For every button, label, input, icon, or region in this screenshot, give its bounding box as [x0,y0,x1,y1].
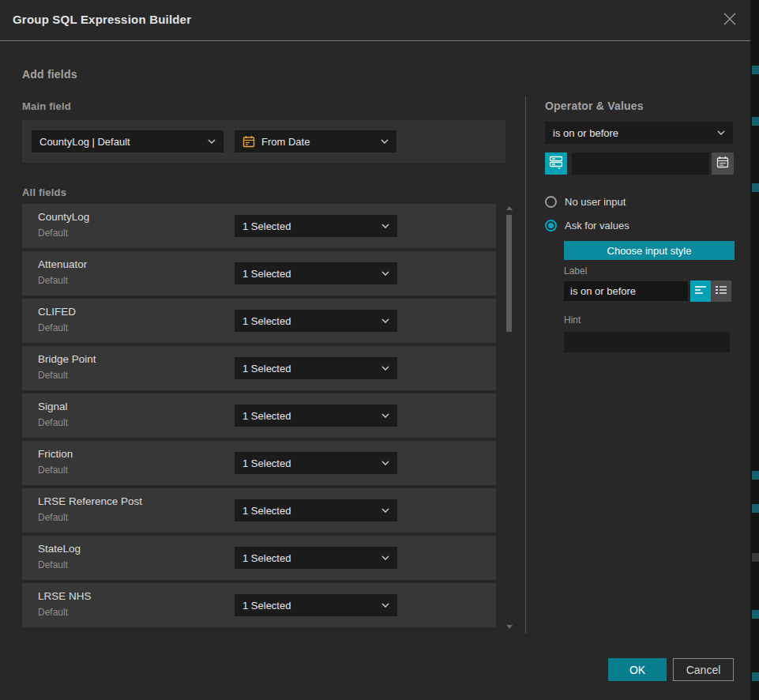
field-selected-dropdown[interactable]: 1 Selected [235,594,397,616]
scrollbar-thumb[interactable] [506,215,512,332]
field-selected-dropdown[interactable]: 1 Selected [235,215,397,237]
field-name: StateLog [38,543,81,555]
field-selected-value: 1 Selected [242,457,377,469]
field-selected-dropdown[interactable]: 1 Selected [235,499,397,521]
background-app-strip [750,0,759,700]
dialog-title: Group SQL Expression Builder [13,13,191,26]
operator-dropdown-value: is on or before [553,127,712,139]
ok-button[interactable]: OK [608,658,667,681]
cancel-button[interactable]: Cancel [673,658,734,681]
field-selected-value: 1 Selected [242,552,377,564]
field-selected-value: 1 Selected [242,410,377,422]
panel-divider [525,96,526,634]
strip-fragment [752,610,759,619]
choose-input-style-button[interactable]: Choose input style [564,241,735,260]
main-field-field-dropdown-value: From Date [261,136,376,148]
field-sublabel: Default [38,465,68,476]
date-value-input[interactable] [572,152,709,175]
field-sublabel: Default [38,607,68,618]
list-icon [715,284,727,299]
field-name: LRSE NHS [38,590,92,602]
calendar-icon [242,135,255,148]
chevron-down-icon [381,555,389,560]
field-sublabel: Default [38,559,68,570]
field-selected-value: 1 Selected [242,600,377,612]
main-field-label: Main field [22,100,71,112]
field-sublabel: Default [38,512,68,523]
field-row: Friction Default 1 Selected [22,441,496,485]
chevron-down-icon [381,461,389,465]
field-row: LRSE NHS Default 1 Selected [22,583,496,627]
label-input[interactable] [564,281,688,301]
field-selected-dropdown[interactable]: 1 Selected [235,405,397,427]
main-field-layer-dropdown[interactable]: CountyLog | Default [32,130,224,152]
chevron-down-icon [381,139,389,144]
label-field-label: Label [564,265,587,277]
radio-selected-icon [545,220,557,231]
field-selected-dropdown[interactable]: 1 Selected [235,452,397,474]
field-name: CountyLog [38,211,89,223]
scroll-down-icon[interactable] [506,624,513,629]
strip-fragment [752,183,759,192]
field-selected-value: 1 Selected [242,220,377,232]
unique-values-button[interactable] [545,152,567,175]
radio-no-user-input[interactable]: No user input [545,194,626,209]
strip-fragment [752,66,759,74]
field-name: LRSE Reference Post [38,495,142,507]
field-row: LRSE Reference Post Default 1 Selected [22,488,496,533]
field-selected-dropdown[interactable]: 1 Selected [235,547,397,569]
field-row: StateLog Default 1 Selected [22,536,496,580]
add-fields-heading: Add fields [22,68,77,81]
main-field-panel: CountyLog | Default From Date [22,120,505,163]
chevron-down-icon [381,271,389,276]
field-sublabel: Default [38,370,68,381]
field-selected-value: 1 Selected [242,268,377,280]
field-row: Signal Default 1 Selected [22,393,496,438]
operator-dropdown[interactable]: is on or before [545,122,733,144]
field-sublabel: Default [38,275,68,286]
field-row: CLIFED Default 1 Selected [22,299,496,343]
field-name: Bridge Point [38,353,96,365]
field-selected-dropdown[interactable]: 1 Selected [235,262,397,284]
operator-values-heading: Operator & Values [545,100,644,112]
date-picker-button[interactable] [712,152,734,175]
unique-values-icon [549,155,563,172]
field-name: CLIFED [38,306,76,318]
group-sql-expression-builder-dialog: Group SQL Expression Builder Add fields … [0,0,750,700]
dialog-titlebar: Group SQL Expression Builder [0,0,750,41]
field-name: Friction [38,448,73,460]
chevron-down-icon [381,508,389,513]
field-name: Signal [38,401,68,412]
hint-input[interactable] [564,332,730,352]
radio-label: Ask for values [565,220,629,231]
chevron-down-icon [381,413,389,418]
main-field-field-dropdown[interactable]: From Date [235,130,396,152]
hint-field-label: Hint [564,314,581,326]
radio-unselected-icon [545,196,557,208]
field-selected-dropdown[interactable]: 1 Selected [235,310,397,332]
scroll-up-icon[interactable] [506,205,513,210]
field-selected-dropdown[interactable]: 1 Selected [235,357,397,379]
chevron-down-icon [208,139,216,144]
field-selected-value: 1 Selected [242,363,377,374]
close-icon [723,12,737,29]
strip-fragment [752,672,759,681]
field-row: Attenuator Default 1 Selected [22,251,496,295]
field-sublabel: Default [38,322,68,333]
field-sublabel: Default [38,228,68,239]
field-selected-value: 1 Selected [242,315,377,327]
single-line-style-button[interactable] [690,280,711,302]
strip-fragment [752,553,759,562]
strip-fragment [752,471,759,480]
field-sublabel: Default [38,417,68,428]
chevron-down-icon [381,603,389,608]
main-field-layer-dropdown-value: CountyLog | Default [39,136,203,148]
list-style-button[interactable] [711,280,731,302]
calendar-icon [716,156,729,171]
align-left-icon [694,284,707,299]
chevron-down-icon [717,130,725,135]
radio-ask-for-values[interactable]: Ask for values [545,217,629,233]
all-fields-label: All fields [22,186,66,198]
close-button[interactable] [716,6,744,35]
field-row: Bridge Point Default 1 Selected [22,346,496,390]
